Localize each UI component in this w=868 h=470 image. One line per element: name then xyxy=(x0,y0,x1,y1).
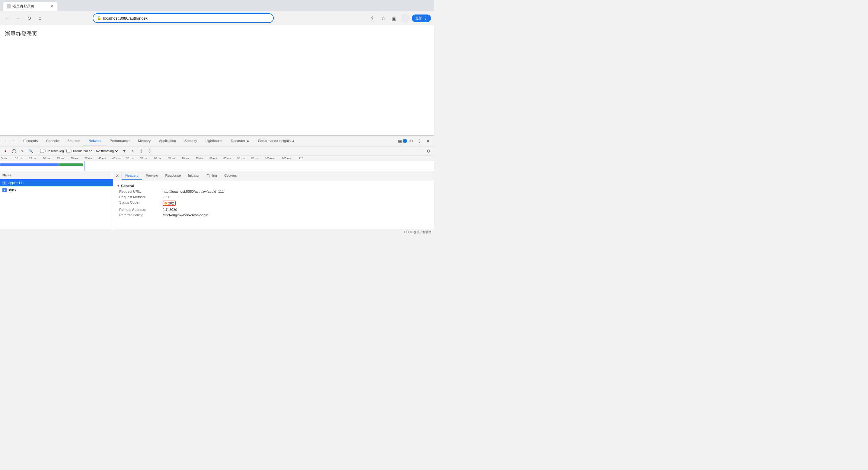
devtools-right-icons: ▣ 1 ⚙ ⋮ ✕ xyxy=(397,136,434,146)
record-button[interactable]: ● xyxy=(2,148,8,154)
tab-elements[interactable]: Elements xyxy=(19,136,42,146)
disable-cache-label[interactable]: Disable cache xyxy=(66,149,92,153)
request-url-key: Request URL: xyxy=(119,190,161,193)
tab-network[interactable]: Network xyxy=(84,136,105,146)
preserve-log-checkbox[interactable] xyxy=(40,149,44,153)
tab-performance[interactable]: Performance xyxy=(105,136,134,146)
request-method-key: Request Method: xyxy=(119,195,161,199)
devtools-panel: ◦ ▭ Elements Console Sources Network Per… xyxy=(0,135,434,229)
request-icon-appid: ● xyxy=(2,181,7,185)
request-list-header: Name xyxy=(0,171,113,179)
settings-button[interactable]: ⚙ xyxy=(407,138,415,145)
browser-tab[interactable]: 浙里办登录页 ✕ xyxy=(3,2,57,11)
status-code-value: 302 xyxy=(163,201,176,206)
tab-close-button[interactable]: ✕ xyxy=(50,4,54,9)
preserve-log-text: Preserve log xyxy=(45,149,64,153)
bookmark-button[interactable]: ☆ xyxy=(379,14,388,22)
download-icon[interactable]: ⇩ xyxy=(147,148,153,154)
name-column-header: Name xyxy=(2,173,11,177)
timeline-ruler: 5 ms 10 ms 15 ms 20 ms 25 ms 30 ms 35 ms… xyxy=(0,155,434,161)
status-code-text: 302 xyxy=(168,202,174,205)
referrer-policy-key: Referrer Policy: xyxy=(119,213,161,217)
request-url-value: http://localhost:8080/auth/zw/appid=111 xyxy=(163,190,224,193)
lock-icon: 🔓 xyxy=(97,16,101,20)
tick-20ms: 20 ms xyxy=(43,157,57,160)
request-icon-index: ● xyxy=(2,188,7,192)
upload-icon[interactable]: ⇧ xyxy=(138,148,144,154)
address-bar[interactable]: 🔓 localhost:8080/auth/index xyxy=(93,13,274,23)
general-section-label: General xyxy=(121,184,134,187)
tick-50ms: 50 ms xyxy=(126,157,140,160)
throttle-chevron-icon[interactable]: ▼ xyxy=(121,148,127,154)
search-button[interactable]: 🔍 xyxy=(28,148,34,154)
update-button[interactable]: 更新 ⋮ xyxy=(412,14,431,22)
filter-button[interactable]: ▿ xyxy=(19,148,25,154)
console-drawer-button[interactable]: ▣ 1 xyxy=(399,138,406,145)
tick-75ms: 75 ms xyxy=(195,157,210,160)
tick-90ms: 90 ms xyxy=(237,157,251,160)
clear-button[interactable]: ◯ xyxy=(11,148,17,154)
timeline-bar-green xyxy=(59,164,83,166)
tick-65ms: 65 ms xyxy=(168,157,182,160)
more-options-button[interactable]: ⋮ xyxy=(416,138,423,145)
detail-tab-cookies[interactable]: Cookies xyxy=(221,171,241,180)
inspect-element-button[interactable]: ◦ xyxy=(2,138,9,145)
console-badge: 1 xyxy=(403,139,407,143)
close-devtools-button[interactable]: ✕ xyxy=(424,138,432,145)
browser-right-icons: ⇪ ☆ ▣ 更新 ⋮ xyxy=(368,14,431,22)
tab-lighthouse[interactable]: Lighthouse xyxy=(201,136,227,146)
tab-performance-insights[interactable]: Performance insights ▲ xyxy=(254,136,300,146)
remote-address-key: Remote Address: xyxy=(119,208,161,211)
request-url-row: Request URL: http://localhost:8080/auth/… xyxy=(113,189,434,194)
detail-tab-headers[interactable]: Headers xyxy=(122,171,142,180)
tick-30ms: 30 ms xyxy=(71,157,85,160)
request-method-row: Request Method: GET xyxy=(113,194,434,200)
tick-100ms: 100 ms xyxy=(265,157,282,160)
request-item-index[interactable]: ● index xyxy=(0,186,113,194)
home-button[interactable]: ⌂ xyxy=(36,14,44,22)
tick-95ms: 95 ms xyxy=(251,157,265,160)
webpage-area: 浙里办登录页 xyxy=(0,25,434,135)
update-chevron-icon: ⋮ xyxy=(424,16,427,20)
tab-memory[interactable]: Memory xyxy=(134,136,155,146)
forward-button[interactable]: → xyxy=(14,14,22,22)
throttle-select[interactable]: No throttling xyxy=(95,149,119,153)
status-bar: CSDN @孩子村的博 xyxy=(0,229,434,235)
request-item-appid[interactable]: ● appid=111 xyxy=(0,179,113,186)
share-button[interactable]: ⇪ xyxy=(368,14,377,22)
detail-tab-response[interactable]: Response xyxy=(161,171,184,180)
status-code-highlight: 302 xyxy=(163,201,176,206)
wifi-icon[interactable]: ∿ xyxy=(130,148,136,154)
general-section-header: ▼ General xyxy=(113,183,434,189)
request-method-value: GET xyxy=(163,195,170,199)
tick-40ms: 40 ms xyxy=(98,157,112,160)
profile-button[interactable] xyxy=(401,14,409,22)
detail-tab-initiator[interactable]: Initiator xyxy=(184,171,203,180)
back-button[interactable]: ← xyxy=(3,14,11,22)
disable-cache-checkbox[interactable] xyxy=(66,149,70,153)
device-toolbar-button[interactable]: ▭ xyxy=(10,138,17,145)
detail-tab-timing[interactable]: Timing xyxy=(203,171,221,180)
tab-console[interactable]: Console xyxy=(42,136,63,146)
tab-recorder[interactable]: Recorder ▲ xyxy=(227,136,254,146)
tab-application[interactable]: Application xyxy=(155,136,180,146)
tab-favicon xyxy=(7,4,11,8)
detail-tab-preview[interactable]: Preview xyxy=(142,171,161,180)
tick-80ms: 80 ms xyxy=(210,157,223,160)
tab-security[interactable]: Security xyxy=(180,136,201,146)
tab-title: 浙里办登录页 xyxy=(13,4,48,9)
timeline-marker xyxy=(85,161,85,171)
extension-button[interactable]: ▣ xyxy=(390,14,398,22)
tab-sources[interactable]: Sources xyxy=(63,136,84,146)
reload-button[interactable]: ↻ xyxy=(25,14,33,22)
tick-15ms: 15 ms xyxy=(29,157,43,160)
tick-85ms: 85 ms xyxy=(223,157,237,160)
address-text: localhost:8080/auth/index xyxy=(103,16,270,21)
close-details-button[interactable]: ✕ xyxy=(113,171,122,180)
tick-45ms: 45 ms xyxy=(112,157,126,160)
preserve-log-label[interactable]: Preserve log xyxy=(40,149,64,153)
settings-gear-icon[interactable]: ⚙ xyxy=(426,148,432,154)
referrer-policy-row: Referrer Policy: strict-origin-when-cros… xyxy=(113,212,434,218)
status-dot-icon xyxy=(164,202,167,205)
timeline-bar-blue xyxy=(0,164,59,166)
